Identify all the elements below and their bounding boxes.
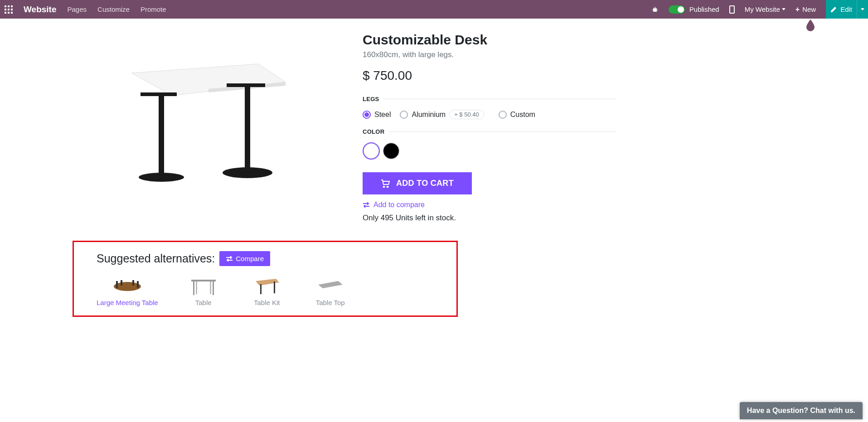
suggested-items: Large Meeting Table Table Table Kit Tabl… <box>97 274 434 306</box>
color-options <box>363 142 616 160</box>
variant-color: COLOR <box>363 128 616 160</box>
nav-customize[interactable]: Customize <box>97 5 130 13</box>
suggested-header: Suggested alternatives: Compare <box>97 251 434 266</box>
product-section: Customizable Desk 160x80cm, with large l… <box>73 28 823 223</box>
topbar-right: Published My Website + New Edit <box>651 0 868 19</box>
topbar: Website Pages Customize Promote Publishe… <box>0 0 868 19</box>
suggested-title: Suggested alternatives: <box>97 252 215 265</box>
add-to-compare-label: Add to compare <box>373 201 425 209</box>
svg-point-13 <box>223 167 272 178</box>
compare-button[interactable]: Compare <box>219 251 270 266</box>
nav-promote[interactable]: Promote <box>141 5 166 13</box>
radio-icon <box>499 111 507 119</box>
new-label: New <box>802 5 816 13</box>
legs-option-custom[interactable]: Custom <box>499 111 535 119</box>
chevron-down-icon <box>861 8 864 10</box>
mobile-icon[interactable] <box>729 5 735 14</box>
radio-label: Custom <box>510 111 535 119</box>
svg-rect-23 <box>191 280 216 281</box>
suggested-item-image <box>249 274 285 297</box>
topbar-left: Website Pages Customize Promote <box>0 5 166 15</box>
svg-rect-24 <box>193 281 194 295</box>
suggested-item-image <box>185 274 222 297</box>
plus-icon: + <box>795 5 800 14</box>
svg-marker-31 <box>318 281 343 288</box>
edit-button[interactable]: Edit <box>826 0 857 19</box>
svg-point-17 <box>387 186 388 187</box>
theme-drop-icon[interactable] <box>805 19 816 31</box>
cart-icon <box>381 179 390 188</box>
radio-icon <box>363 111 371 119</box>
svg-point-11 <box>139 173 184 182</box>
suggested-alternatives: Suggested alternatives: Compare Large Me… <box>73 241 458 317</box>
mywebsite-dropdown[interactable]: My Website <box>745 5 786 13</box>
svg-line-5 <box>656 8 657 9</box>
add-to-cart-button[interactable]: ADD TO CART <box>363 172 472 194</box>
suggested-item-image <box>109 274 145 297</box>
suggested-item-name: Table Top <box>312 299 349 306</box>
product-subtitle: 160x80cm, with large legs. <box>363 50 616 59</box>
variant-legs: LEGS Steel Aluminium + $ 50.40 Custom <box>363 96 616 119</box>
svg-rect-21 <box>121 280 122 286</box>
svg-rect-29 <box>260 284 262 294</box>
suggested-item-name: Table Kit <box>249 299 285 306</box>
legs-option-steel[interactable]: Steel <box>363 111 391 119</box>
svg-rect-25 <box>213 281 214 295</box>
published-label: Published <box>689 5 719 13</box>
legs-option-aluminium[interactable]: Aluminium + $ 50.40 <box>400 110 484 119</box>
product-info: Customizable Desk 160x80cm, with large l… <box>363 28 616 223</box>
chevron-down-icon <box>782 8 786 10</box>
published-toggle[interactable] <box>669 5 685 14</box>
svg-rect-19 <box>116 281 118 288</box>
svg-line-6 <box>653 11 654 12</box>
add-to-cart-label: ADD TO CART <box>396 179 454 188</box>
svg-rect-30 <box>274 281 275 293</box>
pencil-icon <box>830 6 837 13</box>
product-image[interactable] <box>73 28 326 218</box>
suggested-item[interactable]: Table Top <box>312 274 349 306</box>
variant-legs-label: LEGS <box>363 96 616 102</box>
mywebsite-label: My Website <box>745 5 780 13</box>
main-content: Customizable Desk 160x80cm, with large l… <box>0 19 868 422</box>
svg-line-4 <box>653 8 654 9</box>
svg-line-7 <box>656 11 657 12</box>
variant-color-label: COLOR <box>363 128 616 135</box>
svg-rect-26 <box>196 281 197 294</box>
svg-rect-10 <box>159 93 164 175</box>
color-swatch-white[interactable] <box>363 142 380 160</box>
nav-pages[interactable]: Pages <box>68 5 87 13</box>
product-title: Customizable Desk <box>363 32 616 48</box>
legs-options: Steel Aluminium + $ 50.40 Custom <box>363 110 616 119</box>
color-swatch-black[interactable] <box>383 142 400 160</box>
radio-label: Steel <box>374 111 391 119</box>
new-button[interactable]: + New <box>795 5 816 14</box>
add-to-compare-link[interactable]: Add to compare <box>363 201 616 209</box>
svg-point-16 <box>383 186 385 187</box>
svg-rect-20 <box>137 281 139 288</box>
price-extra-badge: + $ 50.40 <box>449 110 484 119</box>
edit-dropdown[interactable] <box>857 0 868 19</box>
apps-icon[interactable] <box>5 5 13 14</box>
svg-marker-28 <box>256 279 279 286</box>
svg-rect-15 <box>227 83 265 87</box>
compare-label: Compare <box>236 255 264 262</box>
svg-rect-12 <box>245 84 250 170</box>
exchange-icon <box>363 202 370 208</box>
radio-icon <box>400 111 408 119</box>
product-price: $ 750.00 <box>363 68 616 83</box>
suggested-item-name: Large Meeting Table <box>97 299 158 306</box>
bug-icon[interactable] <box>651 6 659 13</box>
edit-label: Edit <box>840 5 852 13</box>
suggested-item-name: Table <box>185 299 222 306</box>
stock-info: Only 495 Units left in stock. <box>363 213 616 223</box>
exchange-icon <box>226 256 233 262</box>
svg-rect-27 <box>210 281 211 294</box>
radio-label: Aluminium <box>412 111 446 119</box>
chat-widget[interactable]: Have a Question? Chat with us. <box>740 402 863 419</box>
suggested-item[interactable]: Table Kit <box>249 274 285 306</box>
svg-rect-22 <box>132 280 134 286</box>
suggested-item[interactable]: Table <box>185 274 222 306</box>
brand[interactable]: Website <box>24 5 57 15</box>
suggested-item[interactable]: Large Meeting Table <box>97 274 158 306</box>
svg-rect-14 <box>141 92 177 96</box>
